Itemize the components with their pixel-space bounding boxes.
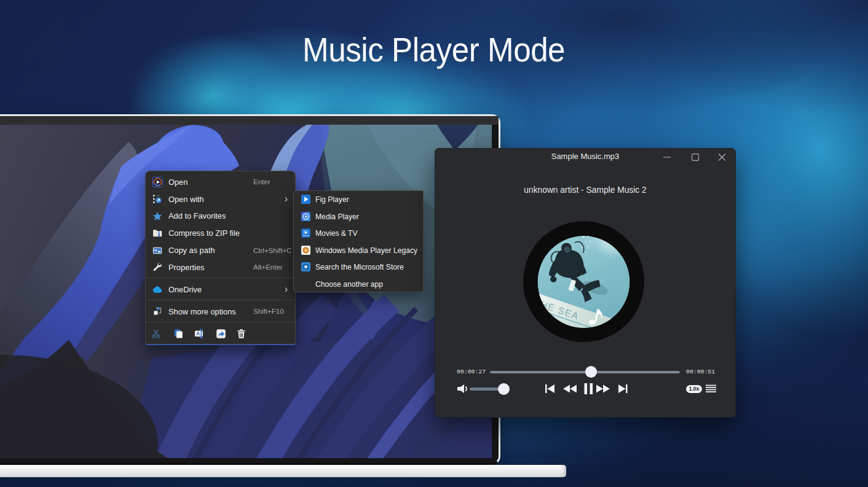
svg-text:A: A (196, 330, 200, 337)
